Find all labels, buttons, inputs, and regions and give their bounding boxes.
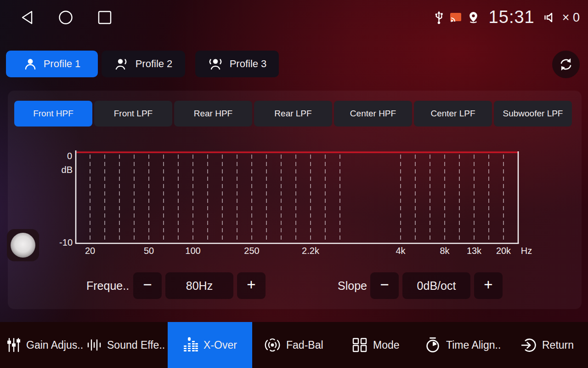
user-icon — [23, 57, 37, 71]
home-button[interactable] — [58, 10, 74, 25]
tab-front-lpf[interactable]: Front LPF — [94, 101, 172, 126]
status-bar: 15:31 × 0 — [0, 0, 588, 35]
frequency-minus-button[interactable]: − — [133, 272, 162, 299]
nav-gain-adjust[interactable]: Gain Adjus.. — [6, 322, 83, 368]
nav-x-over[interactable]: X-Over — [168, 322, 252, 368]
reset-sync-button[interactable] — [552, 51, 580, 78]
head-unit-screen: 15:31 × 0 Profile 1 Profile 2 — [0, 0, 588, 368]
nav-label: Mode — [373, 339, 400, 351]
user-2-icon — [114, 57, 129, 71]
volume-level: × 0 — [562, 11, 580, 25]
tab-center-lpf[interactable]: Center LPF — [414, 101, 492, 126]
frequency-plus-button[interactable]: + — [237, 272, 266, 299]
back-button[interactable] — [20, 10, 34, 25]
nav-fad-bal[interactable]: Fad-Bal — [264, 322, 323, 368]
mixer-sliders-icon — [6, 337, 21, 353]
slope-label: Slope — [338, 272, 367, 299]
equalizer-dashes-icon — [183, 337, 198, 353]
return-arrow-icon — [521, 337, 537, 353]
nav-label: Time Align.. — [446, 339, 501, 351]
nav-label: Return — [542, 339, 574, 351]
volume-muted-icon[interactable] — [543, 10, 556, 25]
tab-rear-lpf[interactable]: Rear LPF — [254, 101, 332, 126]
surround-waves-icon — [264, 337, 281, 353]
frequency-label: Freque.. — [86, 272, 129, 299]
knob-icon — [11, 233, 35, 258]
nav-label: Fad-Bal — [286, 339, 323, 351]
filter-tabs: Front HPF Front LPF Rear HPF Rear LPF Ce… — [14, 101, 572, 126]
nav-label: Gain Adjus.. — [26, 339, 83, 351]
android-nav-buttons — [20, 0, 112, 35]
tab-front-hpf[interactable]: Front HPF — [14, 101, 92, 126]
profile-label: Profile 2 — [136, 58, 173, 70]
nav-sound-effect[interactable]: Sound Effe.. — [86, 322, 165, 368]
waveform-bars-icon — [86, 337, 102, 353]
bottom-nav: Gain Adjus.. Sound Effe.. X-Over — [0, 322, 588, 368]
nav-return[interactable]: Return — [521, 322, 574, 368]
location-icon — [467, 11, 480, 25]
slope-minus-button[interactable]: − — [370, 272, 399, 299]
nav-time-align[interactable]: Time Align.. — [424, 322, 501, 368]
nav-label: X-Over — [204, 339, 237, 351]
recents-button[interactable] — [97, 10, 112, 25]
profile-2-button[interactable]: Profile 2 — [102, 51, 185, 77]
sync-icon — [558, 57, 574, 72]
tab-subwoofer-lpf[interactable]: Subwoofer LPF — [494, 101, 572, 126]
profile-1-button[interactable]: Profile 1 — [6, 51, 98, 77]
nav-label: Sound Effe.. — [107, 339, 165, 351]
profile-3-button[interactable]: Profile 3 — [195, 51, 279, 77]
usb-icon — [433, 10, 445, 25]
frequency-value: 80Hz — [165, 272, 233, 299]
tab-rear-hpf[interactable]: Rear HPF — [174, 101, 252, 126]
volume-knob-overlay[interactable] — [7, 229, 39, 261]
profile-label: Profile 3 — [230, 58, 267, 70]
status-right: 15:31 × 0 — [433, 0, 580, 35]
stopwatch-icon — [424, 337, 441, 353]
cast-icon — [450, 12, 462, 23]
clock: 15:31 — [489, 7, 535, 27]
tab-center-hpf[interactable]: Center HPF — [334, 101, 412, 126]
user-3-icon — [208, 57, 223, 71]
slope-plus-button[interactable]: + — [474, 272, 503, 299]
profile-label: Profile 1 — [44, 58, 81, 70]
grid-squares-icon — [351, 337, 368, 353]
nav-mode[interactable]: Mode — [351, 322, 400, 368]
slope-value: 0dB/oct — [402, 272, 470, 299]
